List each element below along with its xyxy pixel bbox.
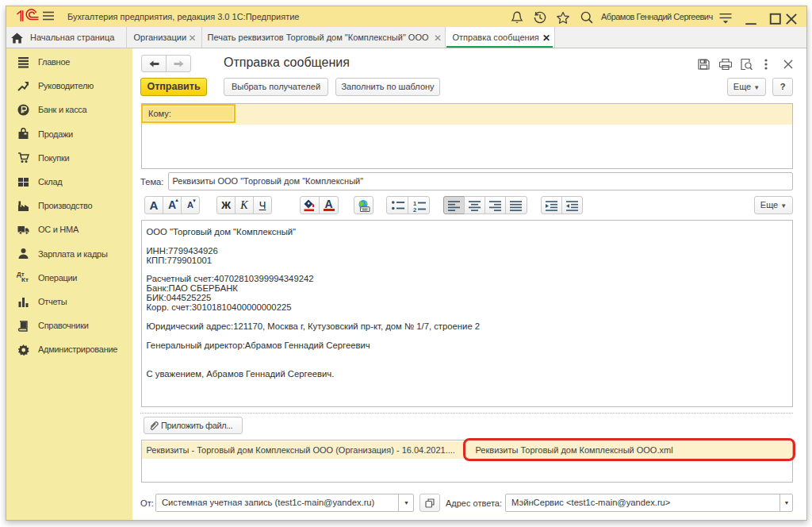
svg-text:2: 2 (413, 206, 416, 212)
